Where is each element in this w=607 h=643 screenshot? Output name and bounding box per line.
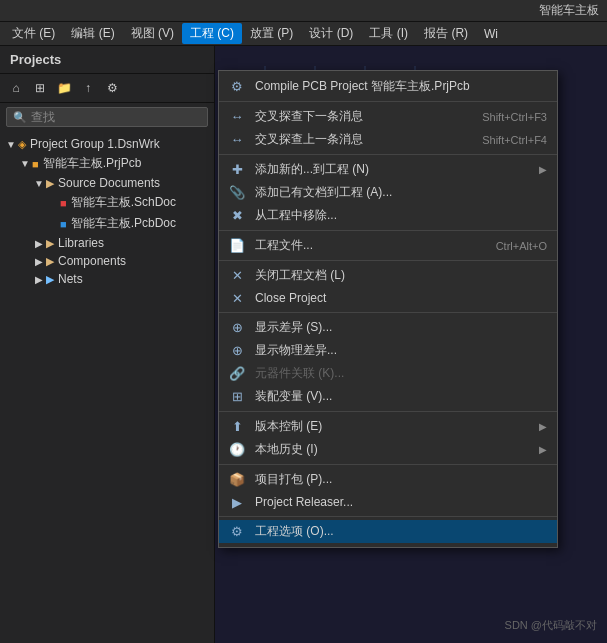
ctx-item-diff[interactable]: ⊕显示差异 (S)... <box>219 316 557 339</box>
watermark: SDN @代码敲不对 <box>505 618 597 633</box>
ctx-label-25: 工程选项 (O)... <box>255 523 547 540</box>
ctx-icon-compile: ⚙ <box>227 79 247 95</box>
title-bar: 智能车主板 <box>0 0 607 22</box>
menu-item-报告-(R)[interactable]: 报告 (R) <box>416 23 476 44</box>
menu-item-Wi[interactable]: Wi <box>476 25 506 43</box>
menu-item-编辑-(E)[interactable]: 编辑 (E) <box>63 23 122 44</box>
ctx-label-20: 本地历史 (I) <box>255 441 531 458</box>
ctx-icon-package: 📦 <box>227 472 247 488</box>
ctx-icon-local-history: 🕐 <box>227 442 247 458</box>
ctx-item-close-doc[interactable]: ✕关闭工程文档 (L) <box>219 264 557 287</box>
ctx-item-project-file[interactable]: 📄工程文件...Ctrl+Alt+O <box>219 234 557 257</box>
toolbar-folder-up-btn[interactable]: ↑ <box>78 78 98 98</box>
tree-arrow-6[interactable]: ▶ <box>32 256 46 267</box>
tree-label-7: Nets <box>58 272 83 286</box>
ctx-label-14: 显示差异 (S)... <box>255 319 547 336</box>
tree-icon-project: ■ <box>32 158 39 170</box>
ctx-icon-close-doc: ✕ <box>227 268 247 284</box>
tree-icon-pcb: ■ <box>60 218 67 230</box>
ctx-shortcut-9: Ctrl+Alt+O <box>496 240 547 252</box>
ctx-icon-project-releaser: ▶ <box>227 494 247 510</box>
tree-arrow-7[interactable]: ▶ <box>32 274 46 285</box>
ctx-item-component-link: 🔗元器件关联 (K)... <box>219 362 557 385</box>
tree-item-6[interactable]: ▶▶Components <box>0 252 214 270</box>
search-input[interactable] <box>31 110 201 124</box>
ctx-separator-10 <box>219 260 557 261</box>
tree-arrow-2[interactable]: ▼ <box>32 178 46 189</box>
ctx-separator-13 <box>219 312 557 313</box>
tree-item-1[interactable]: ▼■智能车主板.PrjPcb <box>0 153 214 174</box>
ctx-item-project-options[interactable]: ⚙工程选项 (O)... <box>219 520 557 543</box>
menu-item-文件-(E)[interactable]: 文件 (E) <box>4 23 63 44</box>
tree-label-2: Source Documents <box>58 176 160 190</box>
ctx-icon-close-project: ✕ <box>227 290 247 306</box>
ctx-icon-add-existing: 📎 <box>227 185 247 201</box>
tree-item-4[interactable]: ■智能车主板.PcbDoc <box>0 213 214 234</box>
tree-item-3[interactable]: ■智能车主板.SchDoc <box>0 192 214 213</box>
tree-item-0[interactable]: ▼◈Project Group 1.DsnWrk <box>0 135 214 153</box>
panel-toolbar: ⌂ ⊞ 📁 ↑ ⚙ <box>0 74 214 103</box>
ctx-label-5: 添加新的...到工程 (N) <box>255 161 531 178</box>
ctx-item-package[interactable]: 📦项目打包 (P)... <box>219 468 557 491</box>
menu-item-工程-(C)[interactable]: 工程 (C) <box>182 23 242 44</box>
ctx-label-23: Project Releaser... <box>255 495 547 509</box>
ctx-arrow-5: ▶ <box>539 164 547 175</box>
tree-arrow-5[interactable]: ▶ <box>32 238 46 249</box>
toolbar-settings-btn[interactable]: ⚙ <box>102 78 122 98</box>
ctx-item-project-releaser[interactable]: ▶Project Releaser... <box>219 491 557 513</box>
ctx-item-variants[interactable]: ⊞装配变量 (V)... <box>219 385 557 408</box>
menu-item-设计-(D)[interactable]: 设计 (D) <box>301 23 361 44</box>
ctx-shortcut-2: Shift+Ctrl+F3 <box>482 111 547 123</box>
ctx-icon-project-file: 📄 <box>227 238 247 254</box>
menu-item-视图-(V)[interactable]: 视图 (V) <box>123 23 182 44</box>
ctx-item-cross-probe[interactable]: ↔交叉探查下一条消息Shift+Ctrl+F3 <box>219 105 557 128</box>
tree-label-4: 智能车主板.PcbDoc <box>71 215 176 232</box>
ctx-icon-project-options: ⚙ <box>227 524 247 540</box>
ctx-separator-24 <box>219 516 557 517</box>
ctx-label-12: Close Project <box>255 291 547 305</box>
menu-bar: 文件 (E)编辑 (E)视图 (V)工程 (C)放置 (P)设计 (D)工具 (… <box>0 22 607 46</box>
ctx-label-22: 项目打包 (P)... <box>255 471 547 488</box>
ctx-icon-cross-probe: ↔ <box>227 132 247 148</box>
ctx-separator-21 <box>219 464 557 465</box>
ctx-label-17: 装配变量 (V)... <box>255 388 547 405</box>
ctx-item-version-control[interactable]: ⬆版本控制 (E)▶ <box>219 415 557 438</box>
ctx-item-close-project[interactable]: ✕Close Project <box>219 287 557 309</box>
menu-item-放置-(P)[interactable]: 放置 (P) <box>242 23 301 44</box>
ctx-item-cross-probe[interactable]: ↔交叉探查上一条消息Shift+Ctrl+F4 <box>219 128 557 151</box>
ctx-item-remove[interactable]: ✖从工程中移除... <box>219 204 557 227</box>
tree-arrow-0[interactable]: ▼ <box>4 139 18 150</box>
tree-icon-group: ◈ <box>18 138 26 151</box>
ctx-item-add-new[interactable]: ✚添加新的...到工程 (N)▶ <box>219 158 557 181</box>
tree-item-7[interactable]: ▶▶Nets <box>0 270 214 288</box>
tree-label-6: Components <box>58 254 126 268</box>
ctx-item-compile[interactable]: ⚙Compile PCB Project 智能车主板.PrjPcb <box>219 75 557 98</box>
ctx-shortcut-3: Shift+Ctrl+F4 <box>482 134 547 146</box>
ctx-item-diff-physical[interactable]: ⊕显示物理差异... <box>219 339 557 362</box>
toolbar-folder-open-btn[interactable]: 📁 <box>54 78 74 98</box>
tree-icon-folder: ▶ <box>46 255 54 268</box>
menu-item-工具-(I)[interactable]: 工具 (I) <box>361 23 416 44</box>
toolbar-home-btn[interactable]: ⌂ <box>6 78 26 98</box>
context-menu: ⚙Compile PCB Project 智能车主板.PrjPcb↔交叉探查下一… <box>218 70 558 548</box>
ctx-label-16: 元器件关联 (K)... <box>255 365 547 382</box>
search-box[interactable]: 🔍 <box>6 107 208 127</box>
ctx-label-9: 工程文件... <box>255 237 488 254</box>
tree-item-2[interactable]: ▼▶Source Documents <box>0 174 214 192</box>
tree-icon-folder: ▶ <box>46 237 54 250</box>
search-icon: 🔍 <box>13 111 27 124</box>
ctx-arrow-19: ▶ <box>539 421 547 432</box>
tree-arrow-1[interactable]: ▼ <box>18 158 32 169</box>
ctx-item-local-history[interactable]: 🕐本地历史 (I)▶ <box>219 438 557 461</box>
ctx-label-11: 关闭工程文档 (L) <box>255 267 547 284</box>
ctx-label-3: 交叉探查上一条消息 <box>255 131 474 148</box>
toolbar-files-btn[interactable]: ⊞ <box>30 78 50 98</box>
ctx-icon-diff: ⊕ <box>227 320 247 336</box>
tree-item-5[interactable]: ▶▶Libraries <box>0 234 214 252</box>
ctx-icon-version-control: ⬆ <box>227 419 247 435</box>
ctx-item-add-existing[interactable]: 📎添加已有文档到工程 (A)... <box>219 181 557 204</box>
ctx-icon-add-new: ✚ <box>227 162 247 178</box>
ctx-label-6: 添加已有文档到工程 (A)... <box>255 184 547 201</box>
tree-label-3: 智能车主板.SchDoc <box>71 194 176 211</box>
tree-icon-net: ▶ <box>46 273 54 286</box>
